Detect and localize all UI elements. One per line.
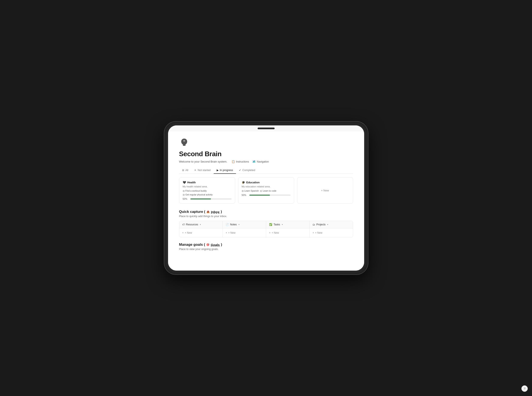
tab-in-progress-label: In progress <box>220 169 233 172</box>
description-row: Welcome to your Second Brain system. 📋 I… <box>179 160 353 163</box>
instructions-label: Instructions <box>236 160 249 163</box>
health-tag-1: ◎ Find a workout buddy <box>183 190 207 192</box>
notes-col-header[interactable]: 📄 Notes ▾ <box>223 221 266 228</box>
health-progress-bar-bg <box>190 198 231 199</box>
resources-icon: 🏷 <box>182 223 185 226</box>
education-card-header: 🎓 Education <box>242 181 290 184</box>
tab-all-label: All <box>185 169 188 172</box>
resources-new-label: + New <box>185 231 192 234</box>
goals-link[interactable]: Goals <box>211 243 220 247</box>
education-progress-bar-fill <box>249 195 270 196</box>
manage-goals-title-end: ) <box>221 243 222 247</box>
app-icon <box>179 137 189 147</box>
tasks-icon: ✅ <box>269 223 272 226</box>
manage-goals-title: Manage goals ( 🎯 Goals ) <box>179 243 353 247</box>
notes-col: 📄 Notes ▾ + + New <box>223 221 266 237</box>
tabs-row: ⊞ All ✳ Not started ▶ In progress ✔ Comp… <box>179 167 353 174</box>
projects-new-button[interactable]: + + New <box>312 230 350 235</box>
notes-label: Notes <box>230 223 237 226</box>
health-tag-2-icon: ◎ <box>183 193 185 196</box>
manage-goals-desc: Place to view your ongoing goals. <box>179 248 353 251</box>
health-desc: My health related area. <box>183 185 231 188</box>
tasks-col-header[interactable]: ✅ Tasks ▾ <box>266 221 309 228</box>
quick-capture-desc: Place to quickly add things to your inbo… <box>179 215 353 218</box>
tasks-col-body: + + New <box>266 228 309 237</box>
projects-label: Projects <box>316 223 325 226</box>
navigation-link[interactable]: 🗺️ Navigation <box>252 160 269 163</box>
projects-col: 🗂 Projects ▾ + + New <box>310 221 353 237</box>
camera-notch <box>258 128 275 129</box>
resources-col-header[interactable]: 🏷 Resources ▾ <box>179 221 223 228</box>
quick-capture-title: Quick capture ( 📥 Inbox ) <box>179 210 353 214</box>
quick-capture-columns: 🏷 Resources ▾ + + New <box>179 221 353 238</box>
notes-chevron-icon: ▾ <box>238 223 240 226</box>
manage-goals-section: Manage goals ( 🎯 Goals ) Place to view y… <box>179 243 353 251</box>
quick-capture-title-end: ) <box>221 210 222 214</box>
projects-chevron-icon: ▾ <box>327 223 328 226</box>
education-card[interactable]: 🎓 Education My education related area. ◎… <box>238 177 294 204</box>
tasks-new-plus-icon: + <box>269 231 271 234</box>
education-progress-label: 50% <box>242 194 248 196</box>
education-tag-2-icon: ◎ <box>260 190 262 192</box>
education-desc: My education related area. <box>242 185 290 188</box>
inbox-link[interactable]: Inbox <box>211 210 220 214</box>
new-area-card[interactable]: + New <box>297 177 353 204</box>
tab-completed-icon: ✔ <box>239 169 241 172</box>
tab-not-started[interactable]: ✳ Not started <box>191 167 214 174</box>
navigation-label: Navigation <box>257 160 269 163</box>
tab-not-started-icon: ✳ <box>194 169 196 172</box>
health-title: Health <box>187 181 196 184</box>
tab-in-progress-icon: ▶ <box>217 169 219 172</box>
tab-all-icon: ⊞ <box>182 169 184 172</box>
projects-col-header[interactable]: 🗂 Projects ▾ <box>310 221 353 228</box>
education-tag-2-label: Learn to code <box>263 190 276 192</box>
navigation-icon: 🗺️ <box>252 160 256 163</box>
education-tag-1-label: Learn Spanish <box>244 190 259 192</box>
health-progress-row: 50% <box>183 198 231 200</box>
tasks-col: ✅ Tasks ▾ + + New <box>266 221 310 237</box>
quick-capture-section: Quick capture ( 📥 Inbox ) Place to quick… <box>179 210 353 238</box>
tab-in-progress[interactable]: ▶ In progress <box>214 167 236 174</box>
tasks-label: Tasks <box>273 223 280 226</box>
notes-new-button[interactable]: + + New <box>226 230 263 235</box>
quick-capture-title-text: Quick capture ( <box>179 210 205 214</box>
education-progress-bar-bg <box>249 195 290 196</box>
projects-icon: 🗂 <box>312 223 315 226</box>
page-title: Second Brain <box>179 150 353 158</box>
top-bar <box>168 125 364 131</box>
education-tags: ◎ Learn Spanish ◎ Learn to code <box>242 190 290 192</box>
inbox-icon: 📥 <box>207 210 210 213</box>
resources-new-button[interactable]: + + New <box>182 230 220 235</box>
tab-all[interactable]: ⊞ All <box>179 167 191 174</box>
tab-completed-label: Completed <box>242 169 255 172</box>
area-cards-row: 🖤 Health My health related area. ◎ Find … <box>179 177 353 204</box>
notes-icon: 📄 <box>226 223 229 226</box>
education-progress-row: 50% <box>242 194 290 196</box>
page-description: Welcome to your Second Brain system. <box>179 160 227 163</box>
tasks-new-button[interactable]: + + New <box>269 230 306 235</box>
health-tags: ◎ Find a workout buddy ◎ Get regular phy… <box>183 190 231 196</box>
health-card-header: 🖤 Health <box>183 181 231 184</box>
goals-icon: 🎯 <box>206 243 209 246</box>
notes-col-body: + + New <box>223 228 266 237</box>
tab-not-started-label: Not started <box>197 169 210 172</box>
device-screen: Second Brain Welcome to your Second Brai… <box>168 125 364 271</box>
projects-new-plus-icon: + <box>312 231 314 234</box>
new-area-card-label: + New <box>321 189 329 192</box>
tab-completed[interactable]: ✔ Completed <box>236 167 258 174</box>
tasks-chevron-icon: ▾ <box>282 223 283 226</box>
health-tag-2: ◎ Get regular physical activity <box>183 193 213 196</box>
projects-new-label: + New <box>315 231 322 234</box>
education-tag-2: ◎ Learn to code <box>260 190 276 192</box>
notes-new-label: + New <box>228 231 235 234</box>
health-tag-2-label: Get regular physical activity <box>185 193 213 196</box>
instructions-link[interactable]: 📋 Instructions <box>231 160 249 163</box>
education-icon: 🎓 <box>242 181 245 184</box>
header-links: 📋 Instructions 🗺️ Navigation <box>231 160 269 163</box>
education-tag-1-icon: ◎ <box>242 190 244 192</box>
education-title: Education <box>246 181 260 184</box>
health-card[interactable]: 🖤 Health My health related area. ◎ Find … <box>179 177 235 204</box>
resources-label: Resources <box>186 223 198 226</box>
content-area: Second Brain Welcome to your Second Brai… <box>168 131 364 271</box>
resources-col: 🏷 Resources ▾ + + New <box>179 221 223 237</box>
